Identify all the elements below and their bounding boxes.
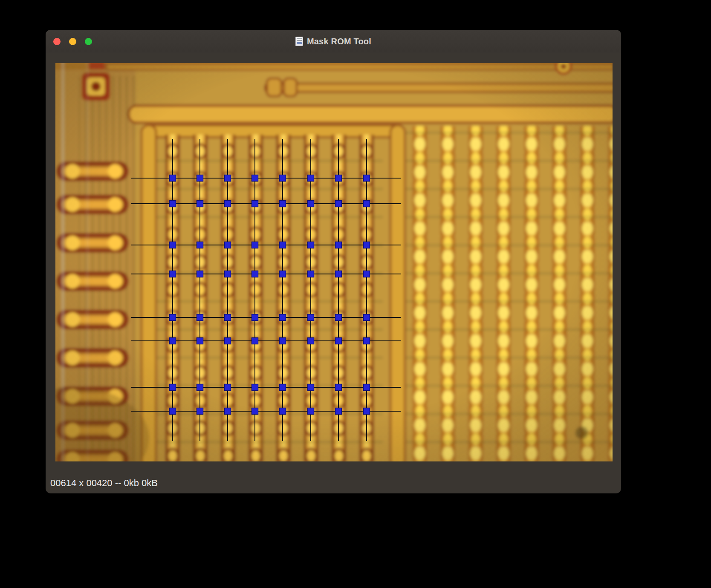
grid-marker[interactable]	[252, 384, 258, 391]
grid-marker[interactable]	[252, 201, 258, 207]
grid-marker[interactable]	[308, 384, 314, 391]
close-button[interactable]	[53, 38, 61, 45]
grid-marker[interactable]	[308, 314, 314, 321]
grid-marker[interactable]	[225, 271, 231, 277]
grid-marker[interactable]	[335, 314, 342, 321]
grid-marker[interactable]	[225, 384, 231, 391]
grid-marker[interactable]	[252, 271, 258, 277]
grid-marker[interactable]	[335, 271, 342, 277]
grid-marker[interactable]	[170, 338, 176, 344]
grid-marker[interactable]	[280, 408, 286, 415]
grid-marker[interactable]	[335, 201, 342, 207]
grid-marker[interactable]	[170, 271, 176, 277]
grid-marker[interactable]	[280, 271, 286, 277]
grid-marker[interactable]	[170, 175, 176, 182]
grid-marker[interactable]	[335, 384, 342, 391]
grid-marker[interactable]	[280, 175, 286, 182]
image-viewport[interactable]	[55, 63, 613, 461]
grid-marker[interactable]	[308, 338, 314, 344]
grid-marker[interactable]	[280, 314, 286, 321]
grid-overlay[interactable]	[55, 63, 613, 461]
window-title: Mask ROM Tool	[295, 37, 371, 46]
grid-marker[interactable]	[364, 201, 370, 207]
grid-marker[interactable]	[364, 384, 370, 391]
zoom-button[interactable]	[85, 38, 92, 45]
grid-marker[interactable]	[225, 201, 231, 207]
traffic-lights	[53, 30, 92, 53]
status-bar: 00614 x 00420 -- 0kb 0kB	[46, 461, 621, 493]
grid-marker[interactable]	[252, 408, 258, 415]
grid-marker[interactable]	[364, 271, 370, 277]
grid-marker[interactable]	[252, 338, 258, 344]
minimize-button[interactable]	[69, 38, 76, 45]
grid-marker[interactable]	[197, 408, 203, 415]
grid-marker[interactable]	[308, 175, 314, 182]
grid-marker[interactable]	[364, 242, 370, 248]
grid-marker[interactable]	[225, 242, 231, 248]
grid-marker[interactable]	[225, 314, 231, 321]
window-titlebar[interactable]: Mask ROM Tool	[46, 30, 621, 53]
grid-marker[interactable]	[197, 314, 203, 321]
grid-marker[interactable]	[225, 408, 231, 415]
grid-marker[interactable]	[335, 408, 342, 415]
grid-marker[interactable]	[280, 384, 286, 391]
grid-marker[interactable]	[170, 384, 176, 391]
grid-marker[interactable]	[308, 242, 314, 248]
grid-marker[interactable]	[364, 408, 370, 415]
grid-marker[interactable]	[197, 384, 203, 391]
grid-marker[interactable]	[252, 314, 258, 321]
grid-marker[interactable]	[308, 271, 314, 277]
grid-marker[interactable]	[197, 338, 203, 344]
grid-marker[interactable]	[252, 242, 258, 248]
grid-marker[interactable]	[170, 314, 176, 321]
grid-marker[interactable]	[280, 338, 286, 344]
grid-marker[interactable]	[252, 175, 258, 182]
grid-marker[interactable]	[335, 175, 342, 182]
grid-marker[interactable]	[364, 175, 370, 182]
grid-marker[interactable]	[197, 271, 203, 277]
grid-marker[interactable]	[225, 175, 231, 182]
status-text: 00614 x 00420 -- 0kb 0kB	[50, 478, 158, 489]
grid-marker[interactable]	[364, 314, 370, 321]
grid-marker[interactable]	[280, 201, 286, 207]
grid-marker[interactable]	[225, 338, 231, 344]
grid-marker[interactable]	[197, 175, 203, 182]
grid-marker[interactable]	[335, 242, 342, 248]
grid-marker[interactable]	[335, 338, 342, 344]
app-window: Mask ROM Tool	[46, 30, 621, 493]
grid-marker[interactable]	[197, 242, 203, 248]
grid-marker[interactable]	[170, 242, 176, 248]
document-icon	[295, 37, 303, 46]
grid-marker[interactable]	[364, 338, 370, 344]
grid-marker[interactable]	[197, 201, 203, 207]
window-title-text: Mask ROM Tool	[307, 37, 371, 46]
grid-marker[interactable]	[308, 408, 314, 415]
grid-marker[interactable]	[280, 242, 286, 248]
grid-marker[interactable]	[170, 408, 176, 415]
grid-marker[interactable]	[308, 201, 314, 207]
grid-marker[interactable]	[170, 201, 176, 207]
